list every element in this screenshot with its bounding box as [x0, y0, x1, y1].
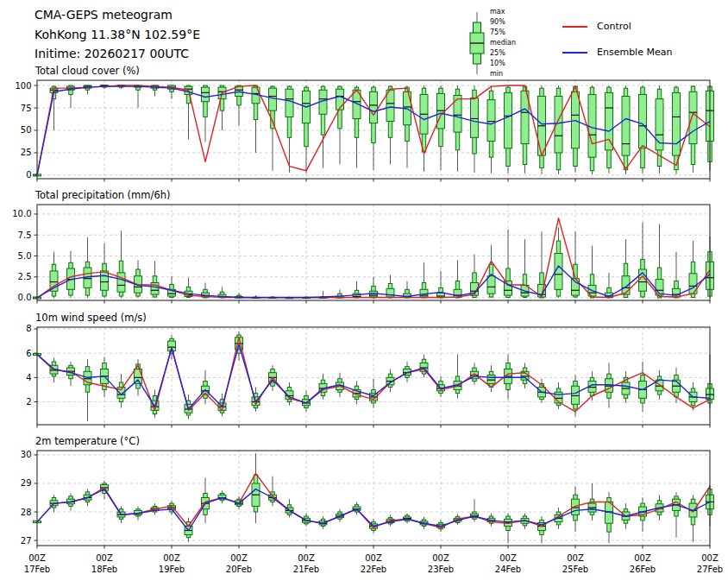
- svg-text:00Z: 00Z: [96, 553, 113, 563]
- panel-wind: 2468: [26, 324, 713, 427]
- svg-text:00Z: 00Z: [28, 553, 46, 563]
- svg-text:4: 4: [26, 373, 31, 382]
- svg-text:18Feb: 18Feb: [91, 565, 117, 574]
- svg-text:17Feb: 17Feb: [24, 565, 50, 574]
- meteogram-chart: 02550751000.02.55.07.510.024682728293000…: [0, 0, 728, 587]
- svg-text:2.5: 2.5: [18, 272, 32, 281]
- svg-text:30: 30: [21, 450, 32, 459]
- panel-precip-y-axis: 0.02.55.07.510.0: [12, 209, 37, 302]
- svg-text:5.0: 5.0: [18, 251, 32, 261]
- svg-text:00Z: 00Z: [163, 553, 180, 563]
- svg-text:23Feb: 23Feb: [428, 565, 454, 574]
- svg-text:27: 27: [21, 536, 32, 546]
- meteogram-page: CMA-GEPS meteogram KohKong 11.38°N 102.5…: [0, 0, 728, 587]
- svg-text:00Z: 00Z: [634, 553, 651, 563]
- svg-text:75: 75: [21, 104, 32, 113]
- x-axis-labels: 00Z17Feb00Z18Feb00Z19Feb00Z20Feb00Z21Feb…: [24, 553, 723, 574]
- svg-text:50: 50: [21, 125, 32, 135]
- svg-text:00Z: 00Z: [230, 553, 248, 563]
- svg-text:00Z: 00Z: [701, 553, 719, 563]
- svg-text:2: 2: [26, 397, 31, 407]
- panel-precip: 0.02.55.07.510.0: [12, 205, 713, 304]
- svg-text:00Z: 00Z: [567, 553, 584, 563]
- panel-cloud-boxplots: [34, 85, 714, 176]
- svg-text:29: 29: [21, 478, 32, 488]
- svg-text:10.0: 10.0: [12, 209, 31, 218]
- panel-cloud: 0255075100: [15, 80, 713, 182]
- panel-precip-boxplots: [34, 223, 714, 299]
- svg-text:25: 25: [21, 148, 32, 157]
- panel-cloud-y-axis: 0255075100: [15, 81, 37, 180]
- svg-text:00Z: 00Z: [365, 553, 382, 563]
- svg-text:0: 0: [26, 170, 31, 180]
- svg-text:100: 100: [15, 81, 31, 91]
- svg-text:00Z: 00Z: [499, 553, 517, 563]
- svg-text:00Z: 00Z: [298, 553, 315, 563]
- svg-text:0.0: 0.0: [18, 293, 32, 302]
- svg-text:6: 6: [26, 349, 31, 358]
- svg-text:24Feb: 24Feb: [495, 565, 521, 574]
- svg-text:7.5: 7.5: [18, 230, 32, 240]
- svg-text:19Feb: 19Feb: [159, 565, 185, 574]
- svg-text:26Feb: 26Feb: [630, 565, 656, 574]
- svg-text:28: 28: [21, 508, 32, 517]
- svg-text:27Feb: 27Feb: [697, 565, 723, 574]
- svg-text:8: 8: [26, 324, 31, 333]
- panel-wind-y-axis: 2468: [26, 324, 37, 407]
- svg-text:22Feb: 22Feb: [361, 565, 386, 574]
- svg-text:25Feb: 25Feb: [562, 565, 588, 574]
- svg-text:21Feb: 21Feb: [293, 565, 319, 574]
- svg-text:20Feb: 20Feb: [226, 565, 252, 574]
- svg-text:00Z: 00Z: [432, 553, 449, 563]
- panel-temp: 27282930: [21, 450, 714, 548]
- panel-temp-y-axis: 27282930: [21, 450, 37, 545]
